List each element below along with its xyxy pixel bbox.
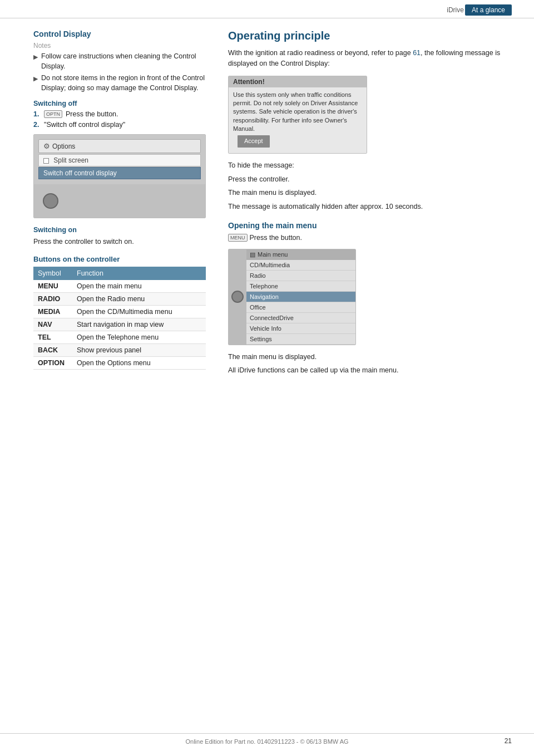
menu-item-switch-off-text: Switch off control display bbox=[43, 169, 117, 177]
main-menu-item[interactable]: Telephone bbox=[246, 281, 355, 292]
page-number: 21 bbox=[505, 737, 512, 745]
screenshot-bottom bbox=[34, 184, 205, 218]
bullet-arrow-2: ▶ bbox=[33, 75, 38, 83]
footer: Online Edition for Part no. 01402911223 … bbox=[0, 733, 534, 745]
controller-knob bbox=[43, 193, 58, 209]
table-row: TELOpen the Telephone menu bbox=[33, 331, 206, 343]
main-menu-knob bbox=[231, 291, 244, 303]
table-row: OPTIONOpen the Options menu bbox=[33, 356, 206, 369]
attention-title: Attention! bbox=[229, 76, 367, 87]
after-text-1: The main menu is displayed. bbox=[228, 352, 512, 362]
footer-text: Online Edition for Part no. 01402911223 … bbox=[185, 738, 348, 745]
after-text-2: All iDrive functions can be called up vi… bbox=[228, 365, 512, 376]
screenshot-inner: ⚙ Options Split screen Switch off contro… bbox=[34, 135, 205, 184]
bullet-arrow-1: ▶ bbox=[33, 53, 38, 61]
controller-table: Symbol Function MENUOpen the main menuRA… bbox=[33, 267, 206, 370]
switching-on-text: Press the controller to switch on. bbox=[33, 237, 206, 247]
header-tab: At a glance bbox=[465, 4, 512, 16]
table-cell-function: Open the Telephone menu bbox=[72, 331, 206, 343]
table-cell-function: Open the Options menu bbox=[72, 356, 206, 369]
buttons-title: Buttons on the controller bbox=[33, 255, 206, 263]
note-text-2: Do not store items in the region in fron… bbox=[41, 73, 206, 93]
table-cell-symbol: MENU bbox=[33, 280, 72, 293]
main-menu-item[interactable]: Office bbox=[246, 302, 355, 313]
right-column: Operating principle With the ignition at… bbox=[228, 30, 512, 379]
step-1: 1. OPTN Press the button. bbox=[33, 110, 206, 118]
table-row: RADIOOpen the Radio menu bbox=[33, 292, 206, 305]
intro-text: With the ignition at radio readiness or … bbox=[228, 48, 512, 69]
notes-label: Notes bbox=[33, 42, 206, 50]
step-2: 2. "Switch off control display" bbox=[33, 121, 206, 129]
attention-box: Attention! Use this system only when tra… bbox=[228, 76, 367, 154]
table-cell-symbol: RADIO bbox=[33, 292, 72, 305]
accept-button[interactable]: Accept bbox=[238, 135, 270, 147]
hide-line-3: The main menu is displayed. bbox=[228, 188, 512, 198]
options-menu-screenshot: ⚙ Options Split screen Switch off contro… bbox=[33, 134, 206, 218]
table-cell-function: Start navigation in map view bbox=[72, 318, 206, 331]
attention-body: Use this system only when traffic condit… bbox=[229, 87, 367, 153]
press-button-text: Press the button. bbox=[250, 233, 303, 243]
table-cell-function: Show previous panel bbox=[72, 343, 206, 356]
menu-button-icon: MENU bbox=[228, 234, 248, 242]
table-row: MEDIAOpen the CD/Multimedia menu bbox=[33, 305, 206, 318]
main-menu-items: CD/MultimediaRadioTelephoneNavigationOff… bbox=[246, 260, 355, 345]
table-cell-function: Open the CD/Multimedia menu bbox=[72, 305, 206, 318]
table-cell-symbol: BACK bbox=[33, 343, 72, 356]
hide-line-4: The message is automatically hidden afte… bbox=[228, 202, 512, 212]
main-menu-icon: ▤ bbox=[250, 251, 255, 258]
press-menu-btn-row: MENU Press the button. bbox=[228, 233, 512, 243]
left-column: Control Display Notes ▶ Follow care inst… bbox=[33, 30, 206, 379]
hide-line-1: To hide the message: bbox=[228, 160, 512, 171]
table-row: MENUOpen the main menu bbox=[33, 280, 206, 293]
intro-text-before-link: With the ignition at radio readiness or … bbox=[228, 49, 413, 57]
main-menu-knob-area bbox=[229, 249, 246, 345]
col-symbol: Symbol bbox=[33, 267, 72, 280]
table-row: NAVStart navigation in map view bbox=[33, 318, 206, 331]
menu-item-split-text: Split screen bbox=[53, 156, 88, 164]
main-menu-screenshot: ▤ Main menu CD/MultimediaRadioTelephoneN… bbox=[228, 249, 356, 345]
table-cell-symbol: TEL bbox=[33, 331, 72, 343]
main-menu-item[interactable]: Navigation bbox=[246, 292, 355, 302]
notes-list: ▶ Follow care instructions when cleaning… bbox=[33, 52, 206, 93]
note-text-1: Follow care instructions when cleaning t… bbox=[41, 52, 206, 71]
page-link[interactable]: 61 bbox=[413, 49, 421, 57]
options-menu-bar: ⚙ Options bbox=[38, 139, 201, 153]
switching-off-steps: 1. OPTN Press the button. 2. "Switch off… bbox=[33, 110, 206, 129]
header-bar: iDrive At a glance bbox=[0, 0, 534, 18]
options-menu-title: Options bbox=[52, 143, 75, 150]
table-body: MENUOpen the main menuRADIOOpen the Radi… bbox=[33, 280, 206, 370]
operating-principle-title: Operating principle bbox=[228, 30, 512, 42]
hide-line-2: Press the controller. bbox=[228, 174, 512, 185]
main-menu-item[interactable]: ConnectedDrive bbox=[246, 313, 355, 323]
main-menu-item[interactable]: Settings bbox=[246, 334, 355, 345]
menu-item-split: Split screen bbox=[38, 154, 201, 166]
options-icon: ⚙ bbox=[43, 142, 50, 150]
main-menu-item[interactable]: Radio bbox=[246, 271, 355, 281]
step-1-content: OPTN Press the button. bbox=[44, 110, 118, 118]
main-menu-list: ▤ Main menu CD/MultimediaRadioTelephoneN… bbox=[246, 249, 355, 345]
table-header-row: Symbol Function bbox=[33, 267, 206, 280]
step-2-text: "Switch off control display" bbox=[44, 121, 125, 129]
table-cell-symbol: NAV bbox=[33, 318, 72, 331]
step-2-num: 2. bbox=[33, 121, 41, 129]
content-wrapper: Control Display Notes ▶ Follow care inst… bbox=[0, 18, 534, 390]
table-cell-symbol: OPTION bbox=[33, 356, 72, 369]
note-item-2: ▶ Do not store items in the region in fr… bbox=[33, 73, 206, 93]
switching-off-title: Switching off bbox=[33, 100, 206, 107]
attention-text: Use this system only when traffic condit… bbox=[233, 91, 362, 134]
table-cell-symbol: MEDIA bbox=[33, 305, 72, 318]
main-menu-header: ▤ Main menu bbox=[246, 249, 355, 260]
table-cell-function: Open the main menu bbox=[72, 280, 206, 293]
menu-item-switch-off[interactable]: Switch off control display bbox=[38, 167, 201, 179]
control-display-title: Control Display bbox=[33, 30, 206, 38]
header-idrive-label: iDrive bbox=[447, 6, 464, 14]
table-row: BACKShow previous panel bbox=[33, 343, 206, 356]
main-menu-item[interactable]: Vehicle Info bbox=[246, 323, 355, 334]
col-function: Function bbox=[72, 267, 206, 280]
switching-on-title: Switching on bbox=[33, 226, 206, 234]
note-item-1: ▶ Follow care instructions when cleaning… bbox=[33, 52, 206, 71]
step-1-num: 1. bbox=[33, 110, 41, 118]
main-menu-item[interactable]: CD/Multimedia bbox=[246, 260, 355, 271]
switching-on-section: Switching on Press the controller to swi… bbox=[33, 226, 206, 247]
table-cell-function: Open the Radio menu bbox=[72, 292, 206, 305]
